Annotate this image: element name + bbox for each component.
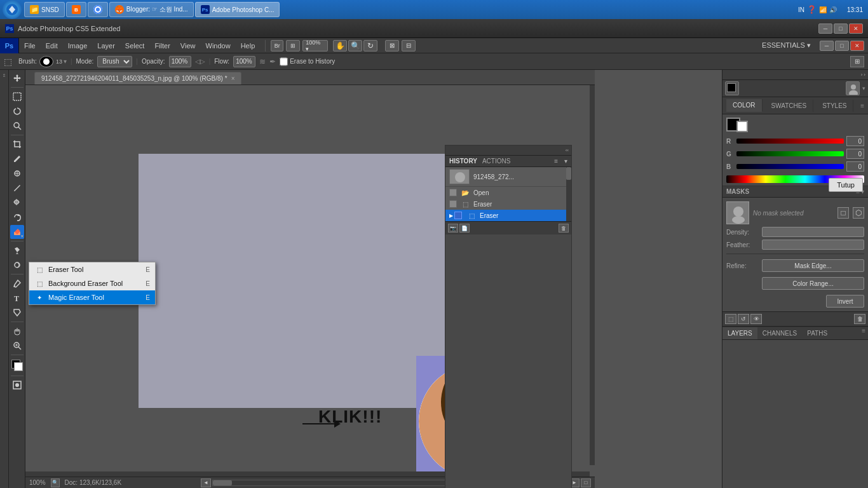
ps-b-slider[interactable] [736,164,844,169]
tool-healing[interactable] [10,166,24,180]
ps-mask-delete-icon[interactable]: 🗑 [854,314,865,324]
ps-history-item-open[interactable]: 📂 Open [445,187,571,198]
ps-erase-history-label[interactable]: Erase to History [280,56,335,67]
ps-mask-icon1[interactable]: ⬚ [725,314,736,324]
ps-history-scroll-thumb[interactable] [566,167,571,180]
ps-zoom-tool-btn[interactable]: 🔍 [348,40,362,51]
ps-actions-tab[interactable]: ACTIONS [482,158,510,165]
taskbar-item-photoshop[interactable]: Ps Adobe Photoshop C... [195,2,280,17]
tool-dodge[interactable] [10,258,24,272]
ps-history-scrollbar[interactable] [566,167,571,221]
ps-status-left-btn[interactable]: ◄ [201,478,211,487]
ps-panel-arr-icon[interactable]: ▾ [862,85,865,92]
ps-mask-edge-btn[interactable]: Mask Edge... [762,259,864,272]
ps-styles-tab[interactable]: STYLES [816,100,853,112]
ps-color-range-btn[interactable]: Color Range... [762,277,864,290]
tool-marquee[interactable] [10,90,24,104]
ps-menu-edit[interactable]: Edit [41,38,63,53]
ps-g-slider[interactable] [736,151,844,156]
ps-history-tab[interactable]: HISTORY [449,158,477,165]
ps-mask-icon2[interactable]: ↺ [738,314,749,324]
ps-toolbar-collapse[interactable]: ‹‹ [0,70,9,488]
ps-minimize-btn[interactable]: ─ [818,24,832,34]
ps-channels-tab[interactable]: CHANNELS [757,327,802,339]
ps-menu-window[interactable]: Window [201,38,236,53]
tool-quick-select[interactable] [10,119,24,133]
ps-brush-preview[interactable] [39,56,53,67]
tool-crop[interactable] [10,137,24,151]
ps-restore-btn[interactable]: □ [834,24,848,34]
ps-menu-layer[interactable]: Layer [92,38,120,53]
ps-ctx-magic-eraser-tool[interactable]: ✦ Magic Eraser Tool E [29,290,155,304]
ps-menu-select[interactable]: Select [120,38,150,53]
ps-bg-color-swatch[interactable] [736,121,748,132]
ps-rotate-tool-btn[interactable]: ↻ [363,40,377,51]
ps-history-delete-btn[interactable]: 🗑 [559,224,569,233]
ps-flow-input[interactable] [233,56,255,67]
tool-pen[interactable] [10,276,24,290]
ps-g-value-display[interactable]: 0 [846,149,864,159]
ps-hand-tool-btn[interactable]: ✋ [333,40,347,51]
ps-status-btn[interactable]: 🔍 [51,478,60,487]
taskbar-item-firefox[interactable]: 🦊 Blogger: ☞ 소원 Ind... [109,2,194,17]
tool-lasso[interactable] [10,104,24,118]
ps-menu-file[interactable]: File [19,38,41,53]
tool-brush[interactable] [10,181,24,195]
ps-essentials-btn[interactable]: ESSENTIALS ▾ [757,41,816,50]
ps-menu-view[interactable]: View [175,38,201,53]
ps-color-menu-btn[interactable]: ≡ [860,102,864,109]
tool-screen-mode[interactable] [10,378,24,392]
ps-opacity-input[interactable] [169,56,191,67]
ps-panel-avatar[interactable] [846,81,860,95]
ps-r-slider[interactable] [736,139,844,144]
ps-small-fg-color[interactable] [725,81,739,95]
ps-tab-close[interactable]: × [231,75,235,82]
ps-r-value-display[interactable]: 0 [846,136,864,146]
tool-move[interactable] [10,71,24,85]
ps-ctx-eraser-tool[interactable]: ⬚ Eraser Tool E [29,262,155,276]
ps-mask-icon3[interactable]: 👁 [750,314,762,324]
ps-add-pixel-mask-btn[interactable]: □ [837,207,849,219]
ps-history-menu-btn[interactable]: ≡ [554,158,558,165]
ps-ctx-bg-eraser-tool[interactable]: ⬚ Background Eraser Tool E [29,276,155,290]
tool-path-selection[interactable] [10,306,24,320]
ps-bridge-btn[interactable]: Br [271,40,283,51]
ps-paths-tab[interactable]: PATHS [802,327,832,339]
ps-airbrush-icon[interactable]: ≋ [259,57,266,66]
tool-hand[interactable] [10,324,24,338]
ps-panel-close[interactable]: ✕ [850,41,864,51]
ps-panel-restore[interactable]: □ [835,41,849,51]
ps-canvas-scrollbar-v[interactable] [590,85,595,465]
ps-layers-tab[interactable]: LAYERS [722,327,757,339]
ps-document-tab[interactable]: 912458_272721946204011_845035253_n.jpg @… [34,72,241,85]
ps-add-vector-mask-btn[interactable]: ⬡ [853,207,864,219]
tool-fg-bg-colors[interactable] [10,358,24,372]
ps-brush-dropdown-icon[interactable]: ▾ [64,58,67,65]
ps-color-tab[interactable]: COLOR [726,99,763,112]
ps-menu-filter[interactable]: Filter [149,38,175,53]
ps-b-value-display[interactable]: 0 [846,161,864,172]
tool-eyedropper[interactable] [10,152,24,166]
ps-history-new-doc-btn[interactable]: 📄 [459,224,470,233]
ps-opacity-slider-icon[interactable]: ◁▷ [195,58,205,65]
ps-menu-help[interactable]: Help [236,38,261,53]
ps-right-collapse-btn[interactable]: › › [722,70,868,80]
taskbar-item-snsd[interactable]: 📁 SNSD [24,2,65,17]
ps-invert-btn[interactable]: Invert [826,295,864,308]
ps-history-new-snapshot-btn[interactable]: 📷 [448,224,458,233]
ps-density-input[interactable] [762,227,864,237]
ps-panel-minimize[interactable]: ─ [820,41,834,51]
ps-history-item-eraser2[interactable]: ▶ ⬚ Eraser [445,210,571,221]
ps-menu-image[interactable]: Image [63,38,93,53]
ps-screen-mode-btn[interactable]: ⊠ [385,40,399,51]
ps-close-btn[interactable]: ✕ [849,24,863,34]
ps-history-collapse-btn[interactable]: ‹‹ [445,146,571,156]
ps-arrange-btn[interactable]: ⊟ [402,40,416,51]
tool-zoom[interactable] [10,339,24,353]
ps-preset-manager-btn[interactable]: ⊞ [850,56,864,67]
tool-eraser[interactable]: ▾ [10,225,24,239]
ps-pen-pressure-icon[interactable]: ✒ [269,57,276,66]
ps-zoom-display[interactable]: 100% ▾ [302,40,328,51]
ps-grid-btn[interactable]: ⊞ [286,40,300,51]
ps-mode-select[interactable]: Brush [97,56,132,67]
